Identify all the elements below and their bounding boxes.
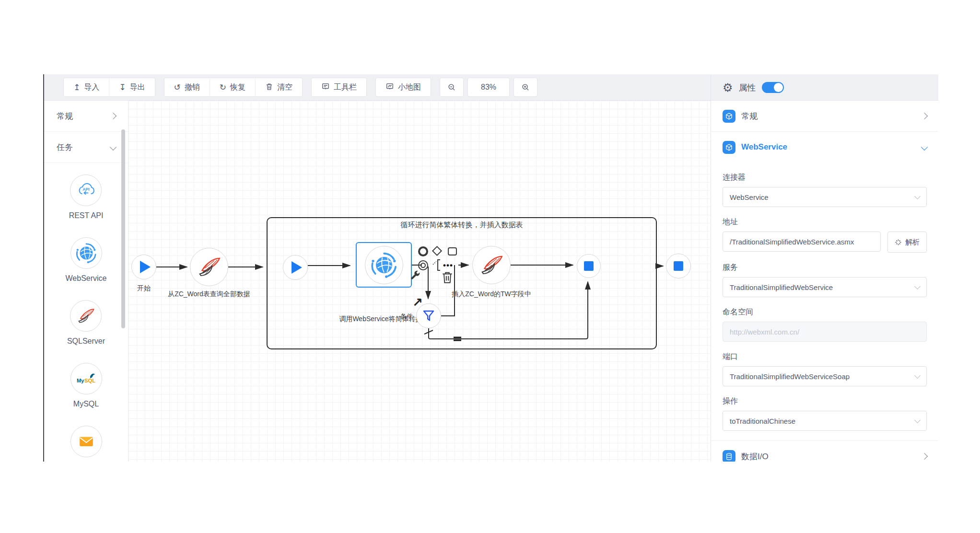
clear-button[interactable]: 清空 <box>255 78 302 96</box>
minimap-button[interactable]: 小地图 <box>375 78 431 97</box>
more-dots-icon[interactable]: ••• <box>443 261 453 270</box>
port-label: 端口 <box>723 352 927 362</box>
redo-icon: ↻ <box>220 83 226 92</box>
panel-section-webservice[interactable]: WebService <box>711 132 938 162</box>
panel-section-data-io[interactable]: 数据I/O <box>711 441 938 462</box>
zoom-in-button[interactable] <box>513 78 537 97</box>
operation-value: toTraditionalChinese <box>730 417 795 425</box>
parse-button-label: 解析 <box>905 238 920 247</box>
parse-button[interactable]: 解析 <box>887 232 927 253</box>
section-webservice-label: WebService <box>741 142 916 152</box>
chevron-down-icon <box>914 417 921 423</box>
webservice-icon <box>370 251 398 279</box>
delete-trash-icon[interactable] <box>441 271 454 286</box>
palette-end-circle[interactable] <box>418 260 428 270</box>
address-input[interactable] <box>723 232 881 252</box>
palette-diamond-shape[interactable] <box>433 247 441 255</box>
connector-label: 连接器 <box>723 173 927 183</box>
minimap-label: 小地图 <box>398 82 421 93</box>
wrench-icon[interactable] <box>409 269 421 283</box>
zoom-in-icon <box>521 83 530 92</box>
palette-square-shape[interactable] <box>448 247 457 255</box>
sqlserver-icon <box>478 251 505 279</box>
palette-circle-shape[interactable] <box>418 246 428 256</box>
loop-container[interactable] <box>267 217 657 349</box>
filter-funnel-icon <box>421 309 436 323</box>
database-icon <box>723 450 735 462</box>
undo-button[interactable]: ↺ 撤销 <box>164 78 210 96</box>
sidebar-item-rest-api[interactable]: API REST API <box>69 174 104 220</box>
operation-select[interactable]: toTraditionalChinese <box>723 411 927 431</box>
loop-start-node[interactable] <box>283 255 308 280</box>
trash-icon <box>265 82 273 92</box>
zoom-out-button[interactable] <box>440 78 464 97</box>
section-tasks-label: 任务 <box>57 142 73 153</box>
top-toolbar: ↥ 导入 ↧ 导出 ↺ 撤销 ↻ 恢复 清空 <box>44 74 938 101</box>
end-node[interactable] <box>666 254 691 278</box>
export-label: 导出 <box>130 82 145 93</box>
service-select[interactable]: TraditionalSimplifiedWebService <box>723 277 927 297</box>
service-value: TraditionalSimplifiedWebService <box>730 283 833 291</box>
sql-query-node-label: 从ZC_Word表查询全部数据 <box>156 290 262 299</box>
chevron-down-icon <box>914 372 921 379</box>
component-sidebar: 常规 任务 API REST API <box>44 101 128 462</box>
condition-node[interactable] <box>416 303 441 328</box>
connector-select[interactable]: WebService <box>723 187 927 207</box>
service-label: 服务 <box>723 263 927 273</box>
minimap-icon <box>385 82 394 93</box>
sql-insert-node[interactable] <box>472 246 511 284</box>
redo-button[interactable]: ↻ 恢复 <box>210 78 255 96</box>
properties-toggle[interactable] <box>762 82 784 93</box>
mysql-icon: My SQL <box>70 363 102 394</box>
import-icon: ↥ <box>73 83 80 92</box>
clear-label: 清空 <box>277 82 292 93</box>
section-general-label: 常规 <box>741 111 916 122</box>
cube-icon <box>723 110 735 123</box>
webservice-node-circle <box>365 246 403 284</box>
email-icon <box>70 426 102 457</box>
item-label: SQLServer <box>67 337 105 346</box>
section-general-label: 常规 <box>57 111 73 122</box>
zoom-controls: 83% <box>440 78 537 97</box>
section-data-io-label: 数据I/O <box>741 451 916 462</box>
toolbar-toggle-label: 工具栏 <box>334 82 357 93</box>
start-node[interactable] <box>131 255 156 279</box>
toolbar-toggle-button[interactable]: 工具栏 <box>311 78 367 97</box>
flow-canvas[interactable]: 循环进行简体繁体转换，并插入数据表 开始 从ZC_Word表查询全部数据 <box>128 101 711 462</box>
port-select[interactable]: TraditionalSimplifiedWebServiceSoap <box>723 366 927 386</box>
undo-icon: ↺ <box>174 83 181 92</box>
start-node-label: 开始 <box>129 284 158 293</box>
toggle-knob <box>774 83 783 92</box>
port-value: TraditionalSimplifiedWebServiceSoap <box>730 372 850 381</box>
export-button[interactable]: ↧ 导出 <box>109 78 154 96</box>
properties-title: 属性 <box>739 82 756 93</box>
sidebar-scrollbar[interactable] <box>121 129 125 328</box>
properties-header: ⚙ 属性 <box>711 74 938 101</box>
item-label: REST API <box>69 211 104 220</box>
loop-stop-node[interactable] <box>577 254 601 278</box>
import-button[interactable]: ↥ 导入 <box>64 78 109 96</box>
sidebar-item-email[interactable] <box>70 426 102 462</box>
chevron-right-icon <box>110 113 117 119</box>
sidebar-item-mysql[interactable]: My SQL MySQL <box>70 363 102 408</box>
chevron-down-icon <box>921 144 928 151</box>
sidebar-section-general[interactable]: 常规 <box>44 101 128 132</box>
item-label: MySQL <box>73 400 99 408</box>
sidebar-item-webservice[interactable]: WebService <box>66 237 107 283</box>
sidebar-item-sqlserver[interactable]: SQLServer <box>67 300 105 346</box>
webservice-node-selected[interactable] <box>356 242 412 288</box>
webservice-fields: 连接器 WebService 地址 解析 服务 TraditionalSimpl… <box>711 173 938 431</box>
zoom-out-icon <box>447 83 456 92</box>
sql-insert-node-label: 插入ZC_Word的TW字段中 <box>443 290 539 299</box>
item-label: WebService <box>66 274 107 283</box>
history-group: ↺ 撤销 ↻ 恢复 清空 <box>164 78 303 97</box>
sql-query-node[interactable] <box>190 248 228 286</box>
namespace-input <box>723 322 927 342</box>
panel-section-general[interactable]: 常规 <box>711 101 938 132</box>
undo-label: 撤销 <box>185 82 200 93</box>
sidebar-section-tasks[interactable]: 任务 <box>44 132 128 163</box>
webservice-icon <box>70 237 102 269</box>
address-label: 地址 <box>723 217 927 227</box>
toolbar-panel-icon <box>321 82 330 93</box>
import-export-group: ↥ 导入 ↧ 导出 <box>63 78 155 97</box>
